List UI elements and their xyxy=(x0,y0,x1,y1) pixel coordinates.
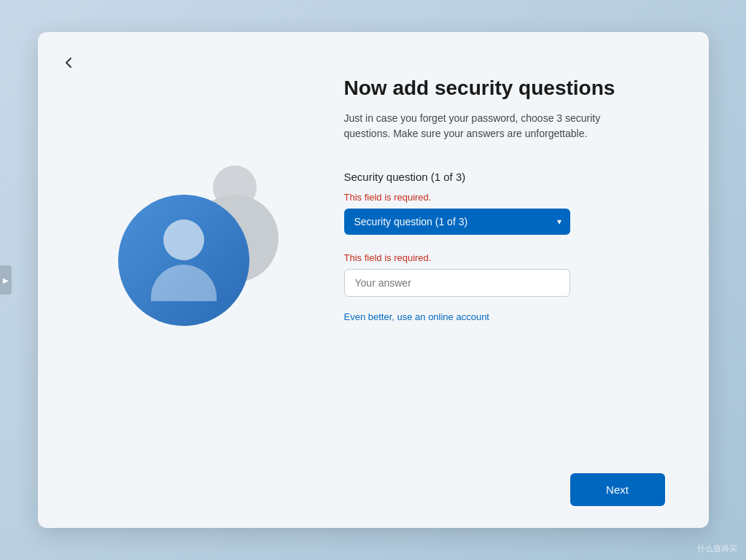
next-button[interactable]: Next xyxy=(570,473,665,506)
security-question-select[interactable]: Security question (1 of 3) xyxy=(344,209,570,235)
avatar-main-circle xyxy=(118,195,249,326)
right-form-panel: Now add security questions Just in case … xyxy=(315,61,665,429)
footer-area: Next xyxy=(38,459,709,528)
online-account-link[interactable]: Even better, use an online account xyxy=(344,311,665,322)
avatar-person-icon xyxy=(151,219,217,301)
back-button[interactable] xyxy=(58,52,79,73)
setup-window: Now add security questions Just in case … xyxy=(38,32,709,528)
left-illustration-panel xyxy=(82,61,315,429)
watermark: 什么值得买 xyxy=(697,543,737,554)
answer-input[interactable] xyxy=(344,269,570,297)
content-area: Now add security questions Just in case … xyxy=(38,32,709,459)
question-error-text: This field is required. xyxy=(344,192,665,203)
page-title: Now add security questions xyxy=(344,76,665,101)
side-panel-arrow-icon: ▶ xyxy=(3,276,9,284)
section-label: Security question (1 of 3) xyxy=(344,171,665,183)
page-subtitle: Just in case you forget your password, c… xyxy=(344,111,621,141)
answer-error-text: This field is required. xyxy=(344,252,665,263)
back-arrow-icon xyxy=(61,55,76,70)
avatar-body xyxy=(151,265,217,301)
avatar-illustration xyxy=(111,158,286,333)
security-question-dropdown-wrapper: Security question (1 of 3) ▾ xyxy=(344,209,570,235)
side-panel-toggle[interactable]: ▶ xyxy=(0,265,12,295)
avatar-head xyxy=(163,219,204,260)
